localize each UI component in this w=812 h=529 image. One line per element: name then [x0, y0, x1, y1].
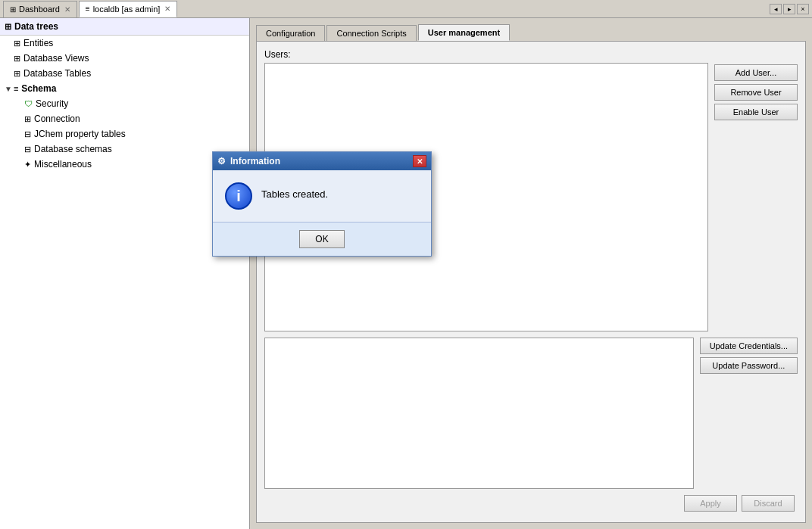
dialog-message: Tables created. — [261, 182, 328, 200]
dialog-close-button[interactable]: ✕ — [413, 155, 426, 167]
dialog-ok-button[interactable]: OK — [299, 230, 345, 248]
dialog-title: Information — [230, 156, 280, 166]
dialog-footer: OK — [213, 222, 431, 256]
dialog-content: i Tables created. — [213, 170, 431, 222]
info-icon: i — [225, 182, 252, 210]
dialog-title-icon: ⚙ — [217, 156, 226, 166]
information-dialog: ⚙ Information ✕ i Tables created. OK — [212, 151, 432, 257]
dialog-overlay: ⚙ Information ✕ i Tables created. OK — [0, 0, 812, 529]
dialog-close-icon: ✕ — [417, 157, 423, 166]
dialog-titlebar: ⚙ Information ✕ — [213, 152, 431, 170]
